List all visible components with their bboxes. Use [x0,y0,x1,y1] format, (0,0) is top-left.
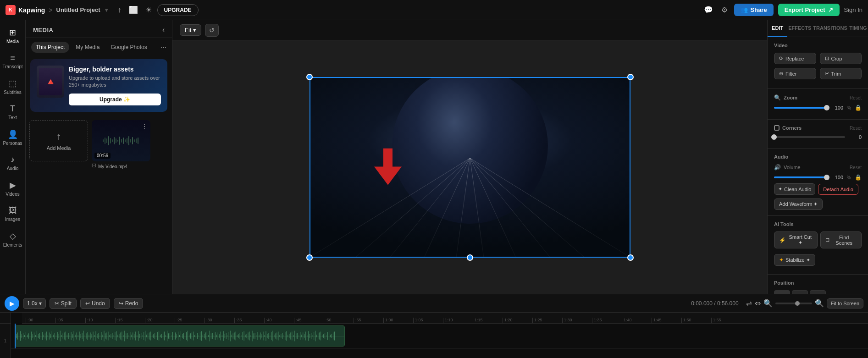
corners-reset-button[interactable]: Reset [850,126,862,131]
brightness-button[interactable]: ☀ [144,4,154,16]
svg-rect-136 [149,332,149,339]
ruler-mark-125: 1:25 [532,318,562,323]
tab-timing[interactable]: TIMING [848,20,868,37]
upload-button[interactable]: ↑ [116,4,123,16]
svg-rect-242 [294,331,295,341]
pos-top-left[interactable] [774,290,790,294]
sidebar-item-transcript[interactable]: ≡ Transcript [1,50,24,73]
monitor-button[interactable]: ⬜ [127,4,140,16]
svg-rect-264 [325,333,325,339]
zoom-out-button[interactable]: 🔍 [763,299,773,308]
corners-slider-track[interactable] [774,136,845,138]
volume-slider-thumb[interactable] [824,175,829,180]
handle-top-left[interactable] [306,74,313,80]
stabilize-button[interactable]: ✦ Stabilize ✦ [774,254,815,266]
sidebar-item-subtitles[interactable]: ⬚ Subtitles [1,75,24,99]
pos-top-center[interactable] [792,290,808,294]
settings-button[interactable]: ⚙ [719,4,730,16]
svg-rect-85 [79,331,80,340]
zoom-in-button[interactable]: 🔍 [815,299,824,308]
svg-rect-79 [71,332,72,340]
zoom-slider-handle[interactable] [795,301,800,306]
svg-rect-57 [41,336,41,336]
crop-button[interactable]: ⊡ Crop [820,53,862,64]
tab-this-project[interactable]: This Project [31,42,69,53]
handle-top-right[interactable] [627,74,634,80]
clean-audio-button[interactable]: ✦ Clean Audio [774,183,815,195]
media-item-menu[interactable]: ⋮ [141,123,148,130]
timeline-clip-1[interactable] [15,325,345,347]
zoom-reset-button[interactable]: Reset [850,95,862,100]
undo-button[interactable]: ↩ Undo [80,298,110,309]
upgrade-button[interactable]: UPGRADE [157,4,199,16]
sidebar-item-audio[interactable]: ♪ Audio [1,151,24,175]
speed-button[interactable]: 1.0x ▾ [23,298,46,309]
sidebar-item-text[interactable]: T Text [1,100,24,124]
play-button[interactable]: ▶ [5,296,19,311]
fit-dropdown[interactable]: Fit ▾ [180,24,201,36]
project-dropdown-icon[interactable]: ▾ [105,7,108,13]
volume-reset-button[interactable]: Reset [850,165,862,170]
zoom-slider-thumb[interactable] [824,105,829,110]
video-media-item[interactable]: 00:56 ⋮ 🎞 My Video.mp4 [92,120,150,169]
sidebar-item-personas[interactable]: 👤 Personas [1,126,24,149]
rotate-button[interactable]: ↺ [205,24,219,37]
filter-button[interactable]: ⊚ Filter [774,68,816,79]
signin-button[interactable]: Sign In [844,6,862,13]
pos-top-right[interactable] [810,290,826,294]
corners-slider-thumb[interactable] [771,134,777,140]
sidebar-item-videos[interactable]: ▶ Videos [1,176,24,200]
upgrade-banner-button[interactable]: Upgrade ✨ [69,94,161,105]
redo-button[interactable]: ↪ Redo [114,298,144,309]
tab-my-media[interactable]: My Media [71,42,104,53]
replace-button[interactable]: ⟳ Replace [774,53,816,64]
svg-rect-165 [189,335,189,337]
handle-bottom-center[interactable] [467,254,473,261]
svg-rect-101 [101,332,101,340]
volume-slider-track[interactable] [774,176,827,178]
split-button[interactable]: ✂ Split [50,298,77,309]
playhead[interactable] [15,324,16,348]
sidebar-item-elements[interactable]: ◇ Elements [1,227,24,251]
add-media-item[interactable]: ↑ Add Media [29,120,88,169]
zoom-slider-track[interactable] [774,107,827,109]
detach-audio-button[interactable]: Detach Audio [818,184,858,195]
position-title: Position [774,280,862,286]
add-media-box[interactable]: ↑ Add Media [29,120,88,161]
sidebar-item-images[interactable]: 🖼 Images [1,202,24,226]
media-panel-title: MEDIA [33,27,53,33]
tab-transitions[interactable]: TRANSITIONS [812,20,848,37]
upgrade-banner-image: 🔺 [37,66,64,98]
zoom-slider[interactable] [775,303,812,304]
timeline-fit-button[interactable]: ⇔ [755,299,761,308]
svg-rect-267 [329,331,329,341]
svg-rect-116 [122,331,122,340]
export-button[interactable]: Export Project ↗ [778,4,840,16]
trim-button[interactable]: ✂ Trim [820,68,862,79]
track-content[interactable] [11,324,868,358]
tab-edit[interactable]: EDIT [768,20,787,37]
video-thumbnail[interactable]: 00:56 ⋮ [92,120,150,161]
zoom-lock-icon[interactable]: 🔒 [855,105,862,111]
panel-collapse-button[interactable]: ‹ [162,26,165,34]
svg-rect-225 [271,332,271,340]
smart-cut-button[interactable]: ⚡ Smart Cut ✦ [774,231,818,248]
svg-rect-221 [265,331,266,341]
sidebar-item-media[interactable]: ⊞ Media [1,24,24,48]
timeline-link-button[interactable]: ⇌ [746,299,752,308]
add-waveform-button[interactable]: Add Waveform ✦ [774,198,823,210]
share-button[interactable]: 👥 Share [734,4,774,16]
svg-rect-1 [105,138,105,144]
volume-lock-icon[interactable]: 🔒 [855,174,862,181]
handle-bottom-left[interactable] [306,254,313,261]
svg-rect-70 [59,334,59,338]
tab-effects[interactable]: EFFECTS [787,20,812,37]
svg-rect-194 [229,332,229,340]
tab-google-photos[interactable]: Google Photos [106,42,151,53]
find-scenes-button[interactable]: ⊟ Find Scenes [820,231,862,248]
canvas-viewport[interactable] [172,40,767,294]
comment-button[interactable]: 💬 [702,4,715,16]
handle-bottom-right[interactable] [627,254,634,261]
media-more-button[interactable]: ··· [160,43,166,51]
fit-to-screen-button[interactable]: Fit to Screen [827,298,863,308]
